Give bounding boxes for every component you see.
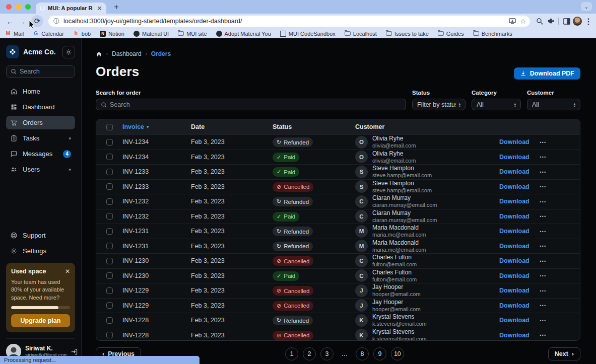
bookmark-item[interactable]: Localhost [345, 31, 377, 37]
site-info-icon[interactable]: ⓘ [53, 17, 59, 26]
url-bar[interactable]: ⓘ localhost:3000/joy-ui/getting-started/… [48, 16, 530, 27]
row-checkbox[interactable] [106, 183, 113, 190]
download-link[interactable]: Download [499, 228, 529, 235]
sidebar-item-messages[interactable]: Messages 4 [6, 147, 75, 161]
download-link[interactable]: Download [499, 287, 529, 294]
bookmark-item[interactable]: MUI site [178, 31, 207, 37]
row-more-icon[interactable]: ⋯ [540, 228, 547, 235]
page-number-button[interactable]: 1 [285, 347, 298, 360]
bookmark-item[interactable]: G Calendar [33, 31, 64, 37]
download-link[interactable]: Download [499, 243, 529, 250]
row-more-icon[interactable]: ⋯ [540, 183, 547, 190]
logout-icon[interactable] [71, 348, 78, 355]
sidebar-item-orders[interactable]: Orders [6, 116, 75, 129]
row-checkbox[interactable] [106, 139, 113, 145]
profile-avatar[interactable] [572, 16, 583, 27]
invoice-column-header[interactable]: Invoice ▾ [122, 123, 191, 130]
bookmark-item[interactable]: b bob [73, 31, 91, 37]
row-checkbox[interactable] [106, 302, 113, 309]
download-link[interactable]: Download [499, 302, 529, 309]
sidebar-item-users[interactable]: Users ▾ [6, 163, 75, 176]
bookmark-item[interactable]: Benchmarks [473, 31, 512, 37]
minimize-window-button[interactable] [16, 4, 21, 10]
sidebar-item-dashboard[interactable]: Dashboard [6, 100, 75, 114]
row-checkbox[interactable] [106, 272, 113, 279]
row-more-icon[interactable]: ⋯ [540, 168, 547, 176]
download-pdf-button[interactable]: Download PDF [514, 67, 580, 80]
row-more-icon[interactable]: ⋯ [540, 317, 547, 324]
row-checkbox[interactable] [106, 154, 113, 160]
download-link[interactable]: Download [499, 257, 529, 264]
row-more-icon[interactable]: ⋯ [540, 257, 547, 265]
sidebar-item-home[interactable]: Home [6, 85, 75, 98]
page-number-button[interactable]: … [338, 347, 351, 360]
page-number-button[interactable]: 10 [391, 347, 404, 360]
sidebar-item-tasks[interactable]: Tasks ▾ [6, 131, 75, 145]
row-checkbox[interactable] [106, 213, 113, 220]
page-number-button[interactable]: 2 [303, 347, 316, 360]
password-key-icon[interactable] [534, 16, 545, 27]
next-page-button[interactable]: Next › [548, 347, 580, 360]
row-more-icon[interactable]: ⋯ [540, 153, 547, 161]
zoom-window-button[interactable] [25, 4, 31, 10]
row-checkbox[interactable] [106, 228, 113, 235]
browser-tab[interactable]: MUI: A popular React UI fram ✕ [36, 3, 106, 14]
download-link[interactable]: Download [499, 154, 529, 161]
row-checkbox[interactable] [106, 258, 113, 264]
row-checkbox[interactable] [106, 332, 113, 338]
row-checkbox[interactable] [106, 287, 113, 294]
page-number-button[interactable]: 3 [320, 347, 334, 360]
download-link[interactable]: Download [499, 272, 529, 279]
page-number-button[interactable]: 8 [356, 347, 369, 360]
bookmark-item[interactable]: Material UI [134, 31, 169, 37]
download-link[interactable]: Download [499, 168, 529, 175]
row-more-icon[interactable]: ⋯ [540, 287, 547, 295]
select-all-checkbox[interactable] [106, 124, 113, 130]
download-link[interactable]: Download [499, 138, 529, 145]
row-more-icon[interactable]: ⋯ [540, 138, 547, 146]
bookmark-item[interactable]: Guides [438, 31, 464, 37]
bookmark-item[interactable]: N Notion [100, 31, 124, 37]
row-checkbox[interactable] [106, 317, 113, 324]
close-icon[interactable]: ✕ [65, 268, 70, 275]
bookmark-star-icon[interactable]: ☆ [520, 18, 526, 25]
row-more-icon[interactable]: ⋯ [540, 302, 547, 309]
order-search-input[interactable]: Search [96, 99, 406, 110]
page-number-button[interactable]: 9 [373, 347, 386, 360]
download-link[interactable]: Download [499, 317, 529, 324]
sidebar-search-input[interactable]: Search [6, 65, 75, 78]
row-checkbox[interactable] [106, 243, 113, 249]
download-link[interactable]: Download [499, 183, 529, 190]
bookmark-item[interactable]: M Mail [5, 31, 24, 37]
download-link[interactable]: Download [499, 332, 529, 339]
category-filter-select[interactable]: All ▴▾ [472, 99, 521, 110]
upgrade-plan-button[interactable]: Upgrade plan [11, 314, 70, 327]
sidebar-item-settings[interactable]: Settings [6, 244, 75, 258]
side-panel-icon[interactable] [561, 16, 572, 27]
forward-button[interactable]: → [16, 15, 28, 27]
breadcrumb-dashboard[interactable]: Dashboard [112, 50, 142, 57]
download-link[interactable]: Download [499, 213, 529, 220]
sidebar-item-support[interactable]: Support [6, 229, 75, 242]
theme-toggle-button[interactable] [62, 46, 75, 58]
tab-overflow-chevron-icon[interactable]: ⌄ [581, 2, 592, 11]
bookmark-item[interactable]: Issues to take [386, 31, 429, 37]
status-filter-select[interactable]: Filter by status ▴▾ [412, 99, 466, 110]
new-tab-button[interactable]: + [110, 1, 122, 13]
extensions-puzzle-icon[interactable] [545, 16, 556, 27]
row-more-icon[interactable]: ⋯ [540, 331, 547, 339]
row-checkbox[interactable] [106, 169, 113, 175]
row-more-icon[interactable]: ⋯ [540, 212, 547, 220]
row-checkbox[interactable] [106, 198, 113, 205]
breadcrumb-home-icon[interactable] [96, 51, 102, 57]
customer-filter-select[interactable]: All ▴▾ [527, 99, 580, 110]
row-more-icon[interactable]: ⋯ [540, 272, 547, 279]
back-button[interactable]: ← [4, 15, 16, 27]
close-window-button[interactable] [6, 4, 12, 10]
tab-close-icon[interactable]: ✕ [96, 5, 103, 12]
download-link[interactable]: Download [499, 198, 529, 205]
row-more-icon[interactable]: ⋯ [540, 242, 547, 250]
browser-menu-icon[interactable]: ⋮ [583, 16, 594, 27]
bookmark-item[interactable]: Adopt Material You [216, 31, 271, 37]
install-app-icon[interactable] [509, 18, 516, 24]
